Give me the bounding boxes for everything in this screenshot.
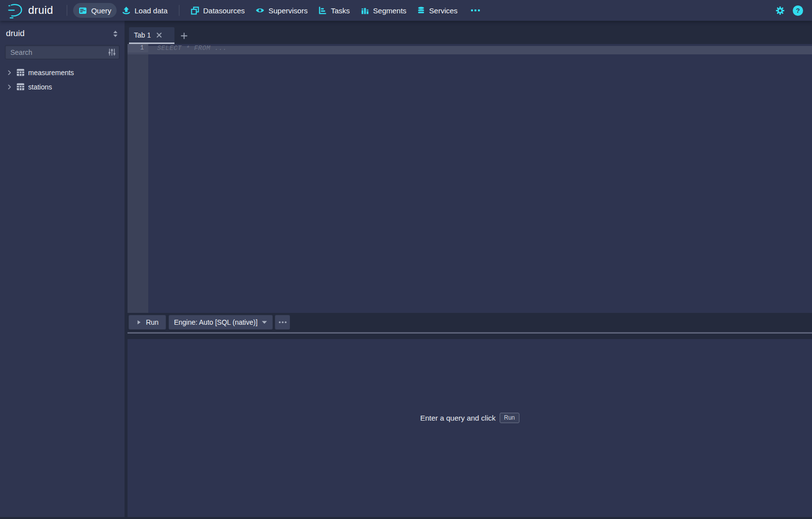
- sql-editor[interactable]: 1 SELECT * FROM ...: [128, 44, 812, 313]
- datasources-icon: [191, 6, 199, 15]
- nav-item-label: Tasks: [331, 6, 349, 15]
- search-input[interactable]: [5, 45, 120, 59]
- upload-icon: [122, 6, 130, 15]
- sidebar-main-separator: [125, 21, 128, 519]
- nav-item-label: Datasources: [203, 6, 245, 15]
- empty-results-message: Enter a query and click Run: [128, 413, 812, 423]
- empty-results-text: Enter a query and click: [420, 414, 496, 422]
- tree-item-label: stations: [28, 83, 52, 91]
- tab-label: Tab 1: [134, 31, 151, 39]
- nav-item-services[interactable]: Services: [412, 3, 463, 18]
- tree-item-label: measurements: [28, 69, 74, 77]
- results-splitter[interactable]: [128, 332, 812, 334]
- nav-item-tasks[interactable]: Tasks: [313, 3, 355, 18]
- results-panel: Enter a query and click Run: [128, 334, 812, 519]
- more-icon: [471, 9, 481, 12]
- table-icon: [16, 69, 25, 76]
- caret-down-icon: [261, 320, 267, 325]
- query-icon: [79, 6, 87, 15]
- tab-query-1[interactable]: Tab 1: [129, 27, 174, 44]
- engine-select-button[interactable]: Engine: Auto [SQL (native)]: [169, 315, 273, 330]
- nav-item-supervisors[interactable]: Supervisors: [250, 3, 313, 18]
- eye-icon: [256, 6, 264, 15]
- nav-item-label: Supervisors: [268, 6, 307, 15]
- query-view: Tab 1 1 SELECT * FROM ... Run Engine:: [128, 21, 812, 519]
- druid-logo[interactable]: druid: [7, 2, 53, 19]
- nav-item-query[interactable]: Query: [73, 3, 117, 18]
- chevron-right-icon: [6, 84, 13, 90]
- line-number: 1: [128, 44, 148, 52]
- nav-item-label: Segments: [373, 6, 407, 15]
- nav-more-button[interactable]: [467, 3, 485, 18]
- nav-item-load-data[interactable]: Load data: [117, 3, 173, 18]
- druid-logo-icon: [7, 2, 24, 19]
- editor-gutter: [128, 44, 148, 313]
- tree-item-measurements[interactable]: measurements: [0, 65, 125, 80]
- schema-selector[interactable]: druid: [6, 29, 119, 39]
- brand-wordmark: druid: [28, 4, 53, 17]
- chevron-right-icon: [6, 69, 13, 76]
- play-icon: [136, 319, 142, 325]
- nav-item-label: Services: [429, 6, 458, 15]
- table-icon: [16, 83, 25, 90]
- help-button[interactable]: ?: [793, 5, 803, 16]
- schema-sidebar: druid: [0, 21, 125, 519]
- query-more-button[interactable]: [275, 315, 290, 330]
- run-button[interactable]: Run: [128, 315, 166, 330]
- datasource-tree: measurements stations: [0, 65, 125, 94]
- top-navbar: druid Query Load data Datasources: [0, 0, 812, 21]
- editor-active-line: [128, 46, 812, 54]
- double-caret-vertical-icon: [112, 30, 119, 38]
- close-tab-icon[interactable]: [156, 32, 162, 38]
- nav-item-datasources[interactable]: Datasources: [185, 3, 250, 18]
- run-button-label: Run: [146, 318, 159, 326]
- navbar-divider: [179, 5, 179, 16]
- nav-item-segments[interactable]: Segments: [355, 3, 412, 18]
- navbar-divider: [67, 5, 67, 16]
- svg-text:?: ?: [796, 7, 800, 14]
- query-tab-bar: Tab 1: [128, 21, 812, 44]
- engine-label: Engine: Auto [SQL (native)]: [174, 318, 257, 326]
- filter-sliders-icon[interactable]: [108, 48, 116, 56]
- tree-item-stations[interactable]: stations: [0, 80, 125, 94]
- database-icon: [417, 6, 425, 15]
- editor-placeholder: SELECT * FROM ...: [157, 44, 227, 52]
- bottom-edge: [0, 517, 812, 519]
- gantt-icon: [318, 6, 327, 15]
- nav-item-label: Load data: [134, 6, 168, 15]
- more-dots-icon: [279, 321, 287, 323]
- run-key-hint: Run: [500, 413, 519, 423]
- schema-title: druid: [6, 29, 25, 39]
- add-tab-button[interactable]: [177, 29, 190, 42]
- settings-gear-button[interactable]: [775, 6, 785, 15]
- bar-chart-icon: [361, 6, 369, 15]
- run-toolbar: Run Engine: Auto [SQL (native)]: [128, 313, 812, 334]
- nav-item-label: Query: [91, 6, 111, 15]
